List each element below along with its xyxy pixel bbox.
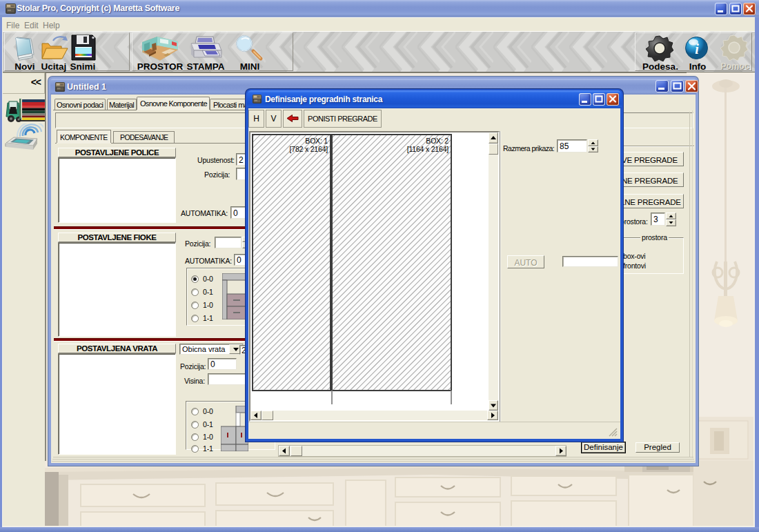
svg-text:i: i: [695, 41, 699, 57]
